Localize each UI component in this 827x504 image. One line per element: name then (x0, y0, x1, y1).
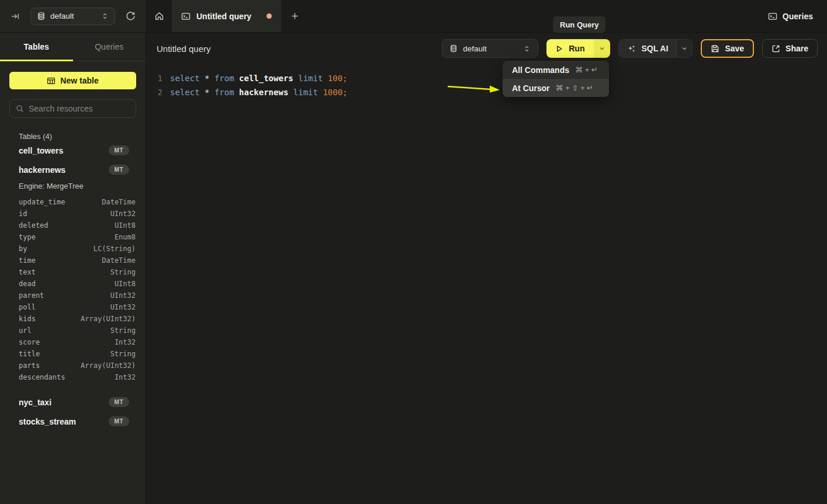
column-row: timeDateTime (19, 255, 136, 266)
sidebar-tab-tables[interactable]: Tables (0, 33, 73, 61)
column-name: id (19, 210, 110, 218)
column-type: Array(UInt32) (81, 362, 136, 370)
database-icon (449, 44, 458, 53)
save-icon (711, 44, 719, 53)
column-name: type (19, 233, 115, 241)
collapse-sidebar-button[interactable] (8, 9, 22, 23)
run-button-label: Run (569, 44, 584, 53)
menu-item-shortcut: ⌘ + ↵ (575, 65, 598, 74)
column-row: update_timeDateTime (19, 196, 136, 208)
column-name: title (19, 350, 110, 358)
sidebar-tab-queries[interactable]: Queries (73, 33, 146, 61)
menu-item-at-cursor[interactable]: At Cursor⌘ + ⇧ + ↵ (503, 79, 609, 97)
code-line[interactable]: 2select * from hackernews limit 1000; (157, 85, 827, 99)
database-selector-value: default (50, 12, 96, 20)
menu-item-all-commands[interactable]: All Commands⌘ + ↵ (503, 61, 609, 79)
sql-ai-button-label: SQL AI (641, 44, 668, 53)
column-type: UInt8 (115, 221, 136, 230)
code-token-kw: select (170, 74, 200, 83)
toolbar-database-value: default (463, 44, 518, 53)
run-button[interactable]: Run (546, 39, 594, 58)
save-button[interactable]: Save (701, 39, 754, 58)
code-token-tbl: cell_towers (239, 74, 293, 83)
column-row: deletedUInt8 (19, 220, 136, 231)
share-button[interactable]: Share (762, 39, 818, 58)
line-number: 2 (157, 88, 162, 97)
code-token-kw: from (214, 88, 234, 97)
run-query-tooltip: Run Query (553, 16, 605, 33)
column-name: descendants (19, 373, 115, 381)
columns-list: update_timeDateTimeidUInt32deletedUInt8t… (19, 196, 136, 383)
toolbar: default Run (442, 39, 818, 58)
top-bar-left: default (0, 0, 146, 32)
chevron-updown-icon (523, 45, 531, 53)
table-row-nyc-taxi[interactable]: nyc_taxi MT (19, 392, 136, 412)
column-name: by (19, 245, 94, 253)
column-name: time (19, 256, 102, 265)
column-name: poll (19, 303, 110, 311)
play-icon (555, 44, 563, 53)
database-icon (37, 12, 46, 20)
new-tab-button[interactable] (281, 0, 308, 32)
new-table-button[interactable]: New table (9, 72, 136, 89)
column-type: String (110, 326, 136, 335)
tab-untitled-query[interactable]: Untitled query (172, 0, 281, 32)
run-options-button[interactable] (594, 39, 610, 58)
column-row: parentUInt32 (19, 290, 136, 301)
column-row: pollUInt32 (19, 301, 136, 313)
new-table-label: New table (60, 76, 98, 85)
chevron-down-icon (681, 45, 688, 52)
table-row-hackernews[interactable]: hackernews MT (19, 160, 136, 179)
code-token-kw: select (170, 88, 200, 97)
sql-ai-split-button: SQL AI (618, 39, 693, 58)
engine-badge: MT (109, 145, 129, 155)
column-type: DateTime (102, 256, 136, 265)
column-name: parent (19, 291, 110, 300)
terminal-icon (768, 12, 777, 21)
refresh-button[interactable] (123, 9, 138, 23)
home-button[interactable] (146, 0, 172, 32)
queries-button[interactable]: Queries (768, 12, 813, 21)
share-button-label: Share (786, 44, 808, 53)
tab-label: Untitled query (196, 12, 261, 21)
save-button-label: Save (725, 44, 744, 53)
chevron-updown-icon (101, 12, 109, 20)
main-header: Untitled query default (146, 33, 827, 64)
table-row-cell-towers[interactable]: cell_towers MT (19, 141, 136, 160)
column-row: titleString (19, 348, 136, 360)
query-title: Untitled query (157, 44, 211, 54)
table-name: stocks_stream (19, 417, 109, 426)
engine-badge: MT (109, 165, 129, 175)
sidebar: Tables Queries New table Tables (4) (0, 33, 146, 504)
code-line[interactable]: 1select * from cell_towers limit 100; (157, 71, 827, 85)
column-name: parts (19, 362, 81, 370)
column-row: typeEnum8 (19, 231, 136, 243)
queries-button-label: Queries (783, 12, 813, 21)
table-engine-label: Engine: MergeTree (19, 182, 136, 190)
column-type: Int32 (115, 338, 136, 346)
search-box (9, 99, 136, 118)
column-row: idUInt32 (19, 208, 136, 220)
code-token-tbl: hackernews (239, 88, 288, 97)
active-tab-underline (0, 60, 73, 61)
column-type: Array(UInt32) (81, 315, 136, 323)
column-name: score (19, 338, 115, 346)
sidebar-tabs: Tables Queries (0, 33, 146, 61)
column-type: LC(String) (94, 245, 136, 253)
column-name: kids (19, 315, 81, 323)
search-icon (16, 105, 24, 113)
toolbar-database-selector[interactable]: default (442, 39, 538, 58)
column-type: DateTime (102, 198, 136, 206)
home-icon (154, 11, 164, 21)
external-link-icon (771, 44, 780, 53)
sql-ai-button[interactable]: SQL AI (619, 40, 676, 57)
column-row: urlString (19, 325, 136, 336)
table-row-stocks-stream[interactable]: stocks_stream MT (19, 412, 136, 431)
sql-editor[interactable]: 1select * from cell_towers limit 100;2se… (146, 64, 827, 99)
code-token-num: 100 (328, 74, 342, 83)
search-input[interactable] (29, 104, 134, 113)
sql-ai-options-button[interactable] (676, 40, 692, 57)
column-name: dead (19, 280, 115, 288)
database-selector[interactable]: default (30, 8, 115, 25)
column-name: deleted (19, 221, 115, 230)
